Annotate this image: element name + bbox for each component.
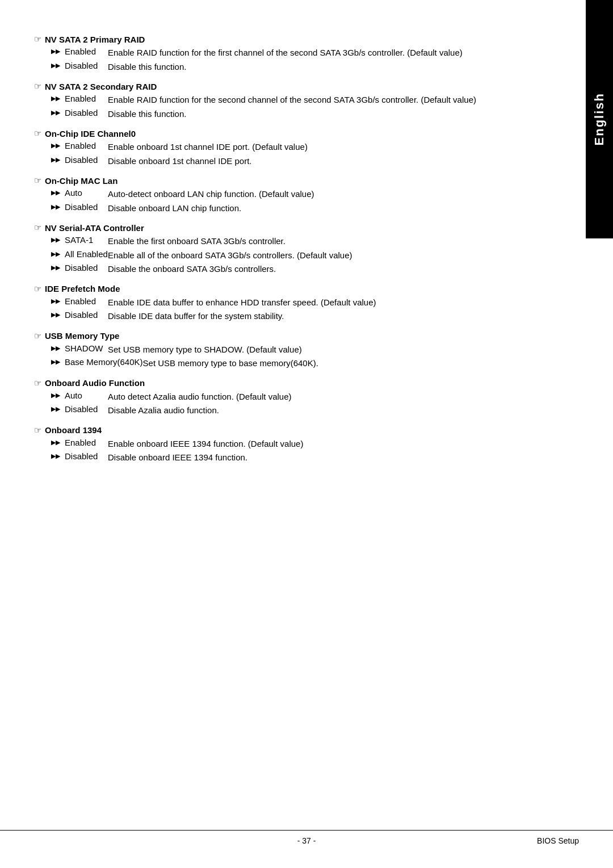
option-row: ▶▶AutoAuto-detect onboard LAN chip funct… — [34, 188, 545, 201]
option-desc: Disable the onboard SATA 3Gb/s controlle… — [108, 263, 545, 276]
bullet-arrow-icon: ▶▶ — [51, 297, 62, 305]
bullet-arrow-icon: ▶▶ — [51, 142, 62, 149]
section-title-on-chip-mac-lan: ☞On-Chip MAC Lan — [34, 175, 545, 186]
section-symbol: ☞ — [34, 425, 41, 435]
bullet-arrow-icon: ▶▶ — [51, 250, 62, 258]
section-title-nv-serial-ata-controller: ☞NV Serial-ATA Controller — [34, 223, 545, 233]
section-usb-memory-type: ☞USB Memory Type▶▶SHADOWSet USB memory t… — [34, 331, 545, 370]
option-key-text: Auto — [65, 391, 82, 400]
option-desc: Set USB memory type to SHADOW. (Default … — [108, 343, 545, 357]
option-key: ▶▶Enabled — [51, 296, 108, 306]
option-key: ▶▶Disabled — [51, 108, 108, 118]
option-row: ▶▶DisabledDisable onboard IEEE 1394 func… — [34, 451, 545, 464]
section-title-onboard-audio-function: ☞Onboard Audio Function — [34, 378, 545, 388]
option-desc: Enable onboard 1st channel IDE port. (De… — [108, 141, 545, 154]
option-row: ▶▶AutoAuto detect Azalia audio function.… — [34, 391, 545, 404]
section-title-text: NV SATA 2 Primary RAID — [45, 35, 145, 44]
option-row: ▶▶Base Memory(640K)Set USB memory type t… — [34, 357, 545, 370]
option-row: ▶▶DisabledDisable IDE data buffer for th… — [34, 310, 545, 323]
option-key: ▶▶Disabled — [51, 202, 108, 212]
section-symbol: ☞ — [34, 223, 41, 233]
option-desc: Enable onboard IEEE 1394 function. (Defa… — [108, 438, 545, 451]
side-tab: English — [586, 0, 613, 238]
option-key: ▶▶Enabled — [51, 438, 108, 447]
option-row: ▶▶DisabledDisable this function. — [34, 61, 545, 74]
option-key-text: Disabled — [65, 310, 98, 320]
option-key-text: Disabled — [65, 451, 98, 461]
option-key: ▶▶Auto — [51, 391, 108, 400]
section-symbol: ☞ — [34, 284, 41, 294]
section-title-text: Onboard Audio Function — [45, 378, 145, 388]
option-key: ▶▶SHADOW — [51, 343, 108, 353]
option-desc: Disable onboard LAN chip function. — [108, 202, 545, 215]
option-row: ▶▶All EnabledEnable all of the onboard S… — [34, 249, 545, 262]
section-title-onboard-1394: ☞Onboard 1394 — [34, 425, 545, 435]
option-desc: Disable IDE data buffer for the system s… — [108, 310, 545, 323]
option-desc: Disable onboard IEEE 1394 function. — [108, 451, 545, 464]
option-key-text: Disabled — [65, 155, 98, 165]
section-title-ide-prefetch-mode: ☞IDE Prefetch Mode — [34, 284, 545, 294]
option-desc: Enable the first onboard SATA 3Gb/s cont… — [108, 235, 545, 248]
bullet-arrow-icon: ▶▶ — [51, 452, 62, 460]
section-title-text: NV SATA 2 Secondary RAID — [45, 82, 157, 91]
section-ide-prefetch-mode: ☞IDE Prefetch Mode▶▶EnabledEnable IDE da… — [34, 284, 545, 323]
option-row: ▶▶EnabledEnable RAID function for the fi… — [34, 47, 545, 60]
section-title-text: On-Chip MAC Lan — [45, 176, 117, 186]
section-symbol: ☞ — [34, 378, 41, 388]
option-desc: Disable onboard 1st channel IDE port. — [108, 155, 545, 168]
option-key-text: Disabled — [65, 263, 98, 272]
bullet-arrow-icon: ▶▶ — [51, 311, 62, 318]
section-nv-sata2-primary-raid: ☞NV SATA 2 Primary RAID▶▶EnabledEnable R… — [34, 34, 545, 73]
option-key: ▶▶Disabled — [51, 61, 108, 70]
section-title-text: On-Chip IDE Channel0 — [45, 129, 136, 139]
option-desc: Disable this function. — [108, 108, 545, 121]
option-key-text: Disabled — [65, 404, 98, 414]
bullet-arrow-icon: ▶▶ — [51, 62, 62, 69]
option-key: ▶▶Base Memory(640K) — [51, 357, 143, 367]
option-key-text: SATA-1 — [65, 235, 93, 245]
option-key: ▶▶Disabled — [51, 263, 108, 272]
option-key-text: All Enabled — [65, 249, 108, 259]
option-key-text: Enabled — [65, 94, 96, 103]
option-key: ▶▶Disabled — [51, 404, 108, 414]
option-row: ▶▶EnabledEnable RAID function for the se… — [34, 94, 545, 107]
option-key-text: SHADOW — [65, 343, 103, 353]
option-key-text: Auto — [65, 188, 82, 198]
section-symbol: ☞ — [34, 34, 41, 44]
option-row: ▶▶DisabledDisable onboard 1st channel ID… — [34, 155, 545, 168]
option-key: ▶▶Auto — [51, 188, 108, 198]
option-desc: Enable RAID function for the first chann… — [108, 47, 545, 60]
section-title-on-chip-ide-channel0: ☞On-Chip IDE Channel0 — [34, 128, 545, 139]
option-desc: Disable Azalia audio function. — [108, 404, 545, 417]
option-key: ▶▶Disabled — [51, 310, 108, 320]
option-key-text: Enabled — [65, 438, 96, 447]
option-row: ▶▶EnabledEnable onboard IEEE 1394 functi… — [34, 438, 545, 451]
bullet-arrow-icon: ▶▶ — [51, 109, 62, 116]
bullet-arrow-icon: ▶▶ — [51, 405, 62, 413]
bullet-arrow-icon: ▶▶ — [51, 392, 62, 399]
option-key: ▶▶Enabled — [51, 47, 108, 56]
bullet-arrow-icon: ▶▶ — [51, 95, 62, 102]
option-key-text: Disabled — [65, 108, 98, 118]
option-row: ▶▶SHADOWSet USB memory type to SHADOW. (… — [34, 343, 545, 357]
option-row: ▶▶DisabledDisable Azalia audio function. — [34, 404, 545, 417]
option-desc: Auto-detect onboard LAN chip function. (… — [108, 188, 545, 201]
option-row: ▶▶EnabledEnable onboard 1st channel IDE … — [34, 141, 545, 154]
option-key: ▶▶Disabled — [51, 451, 108, 461]
section-nv-sata2-secondary-raid: ☞NV SATA 2 Secondary RAID▶▶EnabledEnable… — [34, 81, 545, 120]
section-title-nv-sata2-primary-raid: ☞NV SATA 2 Primary RAID — [34, 34, 545, 44]
option-key-text: Enabled — [65, 141, 96, 150]
option-desc: Enable RAID function for the second chan… — [108, 94, 545, 107]
section-title-text: Onboard 1394 — [45, 425, 102, 435]
section-onboard-1394: ☞Onboard 1394▶▶EnabledEnable onboard IEE… — [34, 425, 545, 464]
side-tab-text: English — [592, 93, 607, 145]
footer-right: BIOS Setup — [537, 836, 579, 845]
option-desc: Enable all of the onboard SATA 3Gb/s con… — [108, 249, 545, 262]
section-onboard-audio-function: ☞Onboard Audio Function▶▶AutoAuto detect… — [34, 378, 545, 417]
bullet-arrow-icon: ▶▶ — [51, 48, 62, 55]
bullet-arrow-icon: ▶▶ — [51, 264, 62, 271]
option-key-text: Enabled — [65, 47, 96, 56]
bullet-arrow-icon: ▶▶ — [51, 439, 62, 446]
option-row: ▶▶DisabledDisable this function. — [34, 108, 545, 121]
section-nv-serial-ata-controller: ☞NV Serial-ATA Controller▶▶SATA-1Enable … — [34, 223, 545, 276]
